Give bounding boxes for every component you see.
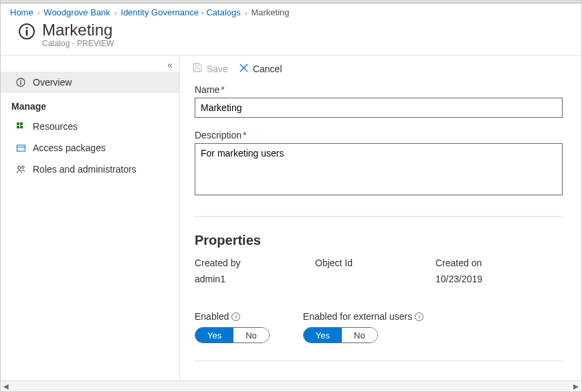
description-label: Description*	[195, 130, 567, 140]
svg-rect-9	[20, 126, 23, 128]
chevron-right-icon: ›	[245, 9, 248, 17]
people-icon	[15, 164, 26, 175]
cancel-button[interactable]: Cancel	[239, 63, 282, 75]
created-on-value: 10/23/2019	[435, 274, 556, 284]
name-label: Name*	[195, 84, 567, 95]
svg-point-1	[25, 27, 27, 29]
svg-rect-8	[17, 126, 19, 128]
svg-rect-14	[195, 68, 200, 72]
enabled-external-label: Enabled for external users	[303, 311, 412, 322]
scroll-right-icon[interactable]: ▶	[573, 383, 579, 390]
sidebar-section-manage: Manage	[1, 93, 179, 116]
breadcrumb-woodgrove[interactable]: Woodgrove Bank	[43, 7, 110, 17]
save-label: Save	[207, 64, 228, 74]
divider	[195, 216, 563, 217]
svg-point-12	[21, 166, 23, 168]
sidebar-item-access-packages[interactable]: Access packages	[1, 137, 179, 159]
toggle-no: No	[342, 328, 377, 342]
package-icon	[15, 142, 26, 153]
save-icon	[192, 62, 203, 75]
info-circle-icon	[15, 77, 26, 88]
info-circle-icon	[18, 23, 35, 42]
close-icon	[239, 63, 249, 75]
info-icon[interactable]: i	[415, 312, 423, 321]
enabled-label: Enabled	[195, 311, 229, 322]
sidebar-item-label: Access packages	[33, 142, 106, 153]
chevron-right-icon: ›	[114, 9, 117, 17]
divider	[195, 361, 563, 361]
required-indicator: *	[221, 84, 224, 95]
toggle-yes: Yes	[195, 328, 233, 342]
toggle-yes: Yes	[304, 328, 342, 342]
svg-rect-6	[17, 122, 19, 125]
scroll-left-icon[interactable]: ◀	[3, 383, 9, 390]
sidebar-item-resources[interactable]: Resources	[1, 116, 179, 137]
svg-rect-10	[17, 145, 25, 151]
svg-point-4	[20, 80, 21, 81]
sidebar-item-label: Roles and administrators	[33, 164, 136, 175]
sidebar-item-overview[interactable]: Overview	[1, 72, 179, 93]
sidebar: « Overview Manage Resources Access pa	[1, 56, 180, 381]
created-by-label: Created by	[195, 258, 315, 268]
breadcrumb-home[interactable]: Home	[10, 7, 33, 17]
svg-rect-7	[20, 122, 23, 125]
required-indicator: *	[243, 130, 246, 140]
svg-point-11	[17, 167, 20, 169]
breadcrumb-catalogs[interactable]: Identity Governance - Catalogs	[121, 7, 241, 17]
properties-heading: Properties	[195, 233, 567, 248]
save-button[interactable]: Save	[192, 62, 228, 75]
created-by-value: admin1	[195, 274, 315, 284]
svg-rect-5	[20, 82, 21, 85]
toggle-no: No	[233, 328, 269, 342]
object-id-value	[315, 274, 435, 284]
breadcrumb-current: Marketing	[251, 7, 289, 17]
description-input[interactable]: For marketing users	[195, 143, 563, 195]
toolbar: Save Cancel	[180, 56, 581, 82]
collapse-sidebar-button[interactable]: «	[167, 60, 173, 70]
sidebar-item-label: Overview	[33, 77, 72, 88]
name-input[interactable]	[195, 98, 563, 118]
cancel-label: Cancel	[253, 64, 282, 74]
enabled-external-toggle[interactable]: Yes No	[303, 327, 378, 343]
enabled-toggle[interactable]: Yes No	[195, 327, 270, 343]
grid-icon	[15, 121, 26, 132]
chevron-right-icon: ›	[37, 9, 40, 17]
horizontal-scrollbar[interactable]: ◀ ▶	[1, 381, 581, 391]
svg-rect-2	[26, 30, 28, 36]
created-on-label: Created on	[435, 258, 556, 268]
sidebar-item-roles-admins[interactable]: Roles and administrators	[1, 159, 179, 180]
page-title: Marketing	[42, 21, 114, 39]
sidebar-item-label: Resources	[33, 121, 78, 132]
breadcrumb: Home › Woodgrove Bank › Identity Governa…	[1, 3, 581, 19]
page-subtitle: Catalog - PREVIEW	[42, 39, 114, 48]
object-id-label: Object Id	[315, 258, 435, 268]
info-icon[interactable]: i	[231, 312, 240, 321]
